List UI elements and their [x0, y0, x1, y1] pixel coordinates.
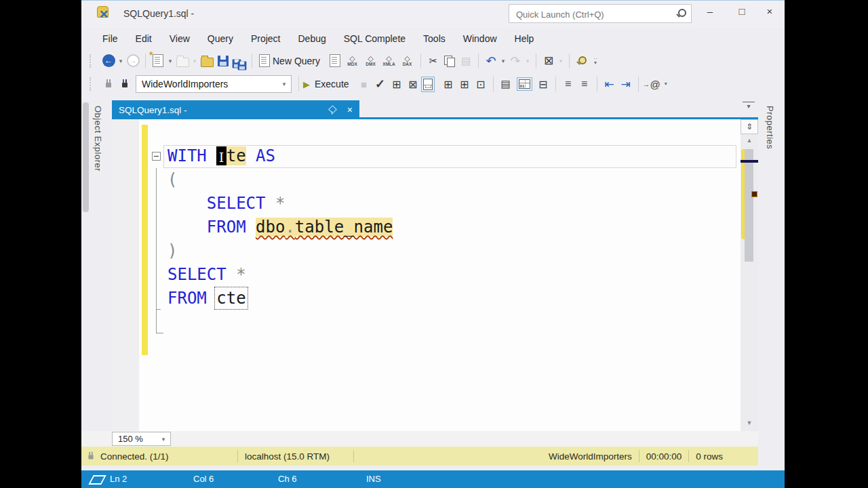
open-dropdown[interactable]: ▾ — [191, 58, 199, 64]
paste-button[interactable]: ▤ — [458, 53, 474, 69]
increase-indent-button[interactable]: ⇥ — [618, 76, 634, 92]
menu-window[interactable]: Window — [454, 30, 506, 47]
new-xmla-query-button[interactable]: ◇XMLA — [380, 52, 398, 70]
copy-button[interactable] — [441, 53, 458, 69]
scroll-up-icon[interactable]: ▲ — [741, 137, 758, 144]
code-line[interactable] — [167, 121, 738, 144]
query-options-button[interactable]: ⊠ — [405, 76, 421, 92]
find-button[interactable] — [574, 53, 590, 69]
query-options-icon: ⊠ — [408, 78, 417, 91]
results-pane-toggle[interactable] — [421, 77, 435, 92]
new-query-button[interactable] — [256, 53, 273, 69]
save-all-button[interactable] — [231, 53, 248, 69]
redo-button[interactable]: ↷ — [507, 53, 524, 69]
parse-check-icon: ✓ — [375, 77, 385, 92]
new-mdx-query-button[interactable]: ◇MDX — [343, 52, 361, 70]
navigate-back-button[interactable]: ← — [100, 53, 117, 69]
navigate-forward-button[interactable]: → — [125, 53, 141, 69]
scrollbar-thumb[interactable] — [745, 149, 753, 262]
estimated-plan-button[interactable]: ⊞ — [389, 76, 405, 92]
close-button[interactable]: × — [755, 1, 785, 24]
vertical-scrollbar[interactable]: ⇕ ▲ ▼ — [741, 119, 758, 431]
code-line[interactable]: ) — [167, 239, 738, 263]
menu-query[interactable]: Query — [199, 30, 242, 47]
open-file-button[interactable] — [199, 53, 215, 69]
results-to-text-button[interactable]: ▤ — [498, 76, 514, 92]
live-stats-button[interactable]: ⊞ — [456, 76, 473, 92]
redo-dropdown[interactable]: ▾ — [524, 58, 532, 64]
connect-button[interactable] — [100, 76, 117, 92]
minimize-button[interactable]: – — [695, 1, 725, 24]
database-engine-query-button[interactable] — [327, 53, 343, 69]
sidebar-tab-properties[interactable]: Properties — [765, 106, 775, 149]
save-icon — [218, 56, 229, 66]
line-indicator: Ln 2 — [110, 474, 127, 484]
undo-button[interactable]: ↶ — [483, 53, 499, 69]
tab-close-icon[interactable]: × — [347, 104, 353, 115]
save-button[interactable] — [215, 53, 231, 69]
menu-tools[interactable]: Tools — [414, 30, 454, 47]
new-file-button[interactable]: * — [150, 53, 166, 69]
code-line[interactable]: FROM cte — [167, 287, 738, 310]
menu-sql-complete[interactable]: SQL Complete — [335, 30, 414, 47]
code-line[interactable]: FROM dbo.table_name — [167, 216, 738, 239]
quick-launch-box[interactable] — [509, 4, 692, 23]
toolbar-grip[interactable] — [90, 77, 95, 91]
new-file-dropdown[interactable]: ▾ — [166, 58, 174, 64]
tab-sqlquery1[interactable]: SQLQuery1.sql - × — [112, 100, 359, 119]
cancel-query-button[interactable]: ■ — [356, 76, 372, 92]
toolbar-options-button[interactable]: ▾ — [660, 82, 671, 86]
code-editor[interactable]: WITH cIte AS( SELECT * FROM dbo.table_na… — [112, 119, 758, 431]
quick-launch-input[interactable] — [515, 6, 667, 22]
menu-edit[interactable]: Edit — [127, 30, 161, 47]
new-dmx-query-button[interactable]: ◇DMX — [361, 52, 380, 70]
document-list-chevron-icon[interactable]: ▾ — [743, 102, 755, 110]
code-lines: WITH cIte AS( SELECT * FROM dbo.table_na… — [167, 121, 738, 310]
actual-plan-button[interactable]: ⊞ — [440, 76, 456, 92]
forward-arrow-icon: → — [127, 54, 140, 67]
menu-file[interactable]: File — [94, 30, 127, 47]
results-to-grid-button[interactable]: 01 — [517, 77, 532, 91]
toolbar-grip[interactable] — [90, 54, 95, 68]
collapse-minus-box[interactable] — [152, 152, 161, 161]
splitter-grip-icon[interactable]: ⇕ — [741, 119, 758, 134]
menu-view[interactable]: View — [161, 30, 199, 47]
parse-button[interactable]: ✓ — [372, 76, 389, 92]
pin-icon[interactable] — [328, 105, 336, 115]
new-dax-query-button[interactable]: ◇DAX — [398, 52, 416, 70]
menu-help[interactable]: Help — [506, 30, 543, 47]
maximize-button[interactable]: □ — [727, 1, 757, 24]
activity-monitor-button[interactable]: ⊠ — [540, 53, 557, 69]
menu-debug[interactable]: Debug — [289, 30, 334, 47]
redo-icon: ↷ — [510, 54, 520, 68]
title-bar: ✕ SQLQuery1.sql - – □ × — [81, 1, 785, 28]
zoom-selector[interactable]: 150 % ▾ — [112, 432, 171, 446]
menu-project[interactable]: Project — [242, 30, 290, 47]
back-dropdown[interactable]: ▾ — [117, 58, 125, 64]
database-selector[interactable]: WideWorldImporters ▾ — [136, 75, 292, 93]
code-line[interactable]: ( — [167, 168, 738, 192]
template-parameters-button[interactable]: →@ — [643, 76, 660, 92]
xmla-cube-icon: ◇ — [386, 55, 391, 62]
comment-button[interactable]: ≡ — [560, 76, 576, 92]
client-stats-button[interactable]: ⊡ — [473, 76, 489, 92]
code-line[interactable]: WITH cIte AS — [167, 144, 738, 168]
activity-dropdown[interactable]: ▾ — [557, 58, 565, 64]
sidebar-tab-object-explorer[interactable]: Object Explorer — [93, 106, 103, 171]
new-query-label[interactable]: New Query — [273, 56, 320, 66]
connection-status-bar: Connected. (1/1) localhost (15.0 RTM) Wi… — [81, 447, 758, 466]
code-token: * — [275, 194, 285, 213]
uncomment-button[interactable]: ≡ — [576, 76, 593, 92]
code-line[interactable]: SELECT * — [167, 192, 738, 216]
decrease-indent-button[interactable]: ⇤ — [601, 76, 618, 92]
cut-button[interactable]: ✂ — [425, 53, 441, 69]
code-line[interactable]: SELECT * — [167, 263, 738, 287]
change-connection-button[interactable] — [117, 76, 133, 92]
scroll-down-icon[interactable]: ▼ — [741, 420, 758, 426]
results-to-file-button[interactable]: ⊟ — [535, 76, 551, 92]
undo-dropdown[interactable]: ▾ — [499, 58, 507, 64]
execute-button[interactable]: ▶Execute — [303, 76, 356, 92]
open-project-button[interactable] — [174, 53, 191, 69]
code-token — [246, 218, 256, 237]
toolbar-options-button[interactable]: ··▾ — [590, 57, 601, 65]
